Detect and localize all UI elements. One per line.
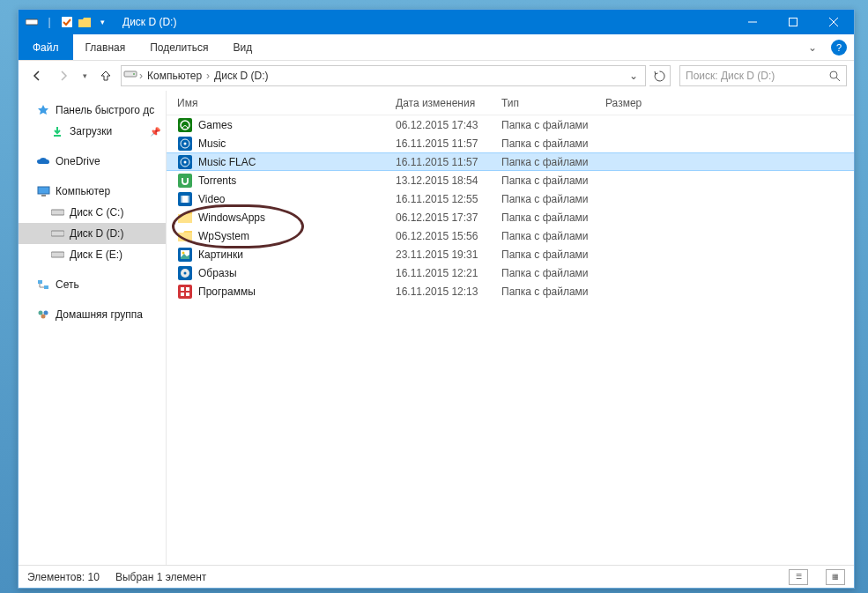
file-row[interactable]: Video16.11.2015 12:55Папка с файлами (167, 189, 854, 208)
file-type: Папка с файлами (501, 248, 605, 261)
breadcrumb-computer[interactable]: Компьютер (145, 70, 204, 82)
svg-rect-45 (186, 293, 189, 296)
search-input[interactable]: Поиск: Диск D (D:) (679, 65, 847, 86)
homegroup-icon (36, 308, 50, 322)
file-row[interactable]: Music16.11.2015 11:57Папка с файлами (167, 134, 854, 152)
drive-icon (50, 226, 64, 241)
view-icons-button[interactable]: ▦ (826, 569, 845, 585)
file-type: Папка с файлами (501, 267, 605, 279)
qat-dropdown-icon[interactable]: ▾ (94, 14, 110, 30)
quick-access-toolbar: | ▾ (19, 14, 115, 30)
nav-onedrive[interactable]: OneDrive (19, 151, 166, 172)
breadcrumb-separator[interactable]: › (137, 70, 145, 82)
file-type: Папка с файлами (501, 193, 605, 205)
drive-icon (50, 205, 64, 219)
pictures-icon (177, 247, 193, 263)
file-row[interactable]: Образы16.11.2015 12:21Папка с файлами (167, 263, 854, 282)
file-modified: 16.11.2015 12:55 (396, 193, 501, 205)
minimize-button[interactable] (732, 10, 773, 34)
download-icon (50, 124, 64, 138)
tab-view[interactable]: Вид (220, 34, 264, 60)
search-icon (829, 70, 841, 82)
nav-quick-access[interactable]: Панель быстрого дс (19, 100, 166, 121)
svg-rect-16 (51, 252, 64, 257)
nav-label: Загрузки (70, 125, 112, 137)
file-name: Video (198, 193, 396, 205)
media-icon (177, 154, 193, 170)
col-modified[interactable]: Дата изменения (396, 97, 501, 109)
nav-label: OneDrive (56, 155, 100, 167)
svg-rect-41 (178, 285, 192, 299)
nav-drive-d[interactable]: Диск D (D:) (19, 223, 166, 244)
properties-icon[interactable] (59, 14, 75, 30)
pin-icon: 📌 (150, 127, 160, 137)
file-type: Папка с файлами (501, 156, 605, 168)
breadcrumb-drive[interactable]: Диск D (D:) (211, 70, 271, 82)
svg-rect-0 (26, 19, 38, 25)
file-row[interactable]: Программы16.11.2015 12:13Папка с файлами (167, 282, 854, 300)
content-pane: Имя Дата изменения Тип Размер Games06.12… (167, 91, 854, 565)
file-row[interactable]: WindowsApps06.12.2015 17:37Папка с файла… (167, 208, 854, 226)
nav-label: Сеть (56, 278, 79, 291)
file-name: Картинки (198, 248, 396, 261)
svg-point-19 (39, 311, 43, 315)
nav-drive-e[interactable]: Диск E (E:) (19, 244, 166, 265)
body: Панель быстрого дс Загрузки 📌 OneDrive К… (19, 91, 854, 565)
close-button[interactable] (813, 10, 854, 34)
nav-row: ▾ › Компьютер › Диск D (D:) ⌄ Поиск: Дис… (19, 61, 854, 91)
file-row[interactable]: Torrents13.12.2015 18:54Папка с файлами (167, 171, 854, 189)
svg-rect-15 (51, 231, 64, 236)
recent-dropdown[interactable]: ▾ (78, 64, 91, 87)
file-row[interactable]: Games06.12.2015 17:43Папка с файлами (167, 115, 854, 134)
file-modified: 06.12.2015 17:43 (396, 119, 501, 131)
nav-network[interactable]: Сеть (19, 274, 166, 295)
video-icon (177, 191, 193, 207)
address-bar[interactable]: › Компьютер › Диск D (D:) ⌄ (121, 65, 646, 86)
file-modified: 06.12.2015 17:37 (396, 211, 501, 224)
file-name: Torrents (198, 174, 396, 187)
svg-rect-12 (38, 187, 49, 194)
up-button[interactable] (94, 64, 117, 87)
drive-icon (24, 14, 40, 30)
col-name[interactable]: Имя (177, 97, 396, 109)
back-button[interactable] (26, 64, 48, 87)
ribbon: Файл Главная Поделиться Вид ⌄ ? (19, 34, 854, 61)
tab-home[interactable]: Главная (73, 34, 138, 60)
maximize-button[interactable] (773, 10, 813, 34)
refresh-button[interactable] (649, 65, 671, 86)
ribbon-expand-icon[interactable]: ⌄ (801, 41, 824, 54)
svg-rect-18 (44, 285, 48, 289)
svg-point-8 (133, 73, 135, 75)
svg-point-37 (182, 251, 185, 254)
file-type: Папка с файлами (501, 119, 605, 131)
xbox-icon (177, 117, 193, 133)
nav-downloads[interactable]: Загрузки 📌 (19, 121, 166, 142)
media-icon (177, 136, 193, 152)
svg-point-21 (41, 315, 46, 319)
svg-rect-17 (38, 280, 42, 284)
tab-share[interactable]: Поделиться (137, 34, 220, 60)
svg-rect-42 (181, 287, 184, 291)
nav-drive-c[interactable]: Диск C (C:) (19, 202, 166, 223)
address-dropdown-icon[interactable]: ⌄ (624, 70, 643, 82)
file-row[interactable]: Music FLAC16.11.2015 11:57Папка с файлам… (167, 152, 854, 171)
col-size[interactable]: Размер (605, 97, 694, 109)
view-details-button[interactable]: ☰ (789, 569, 808, 585)
breadcrumb-separator[interactable]: › (204, 70, 211, 82)
nav-homegroup[interactable]: Домашняя группа (19, 304, 166, 325)
file-modified: 16.11.2015 12:13 (396, 285, 501, 298)
nav-label: Диск D (D:) (70, 227, 123, 240)
svg-rect-30 (178, 174, 192, 188)
file-list: Games06.12.2015 17:43Папка с файламиMusi… (167, 115, 854, 300)
col-type[interactable]: Тип (501, 97, 605, 109)
svg-rect-14 (51, 210, 64, 215)
help-button[interactable]: ? (831, 40, 847, 56)
file-row[interactable]: WpSystem06.12.2015 15:56Папка с файлами (167, 226, 854, 245)
file-row[interactable]: Картинки23.11.2015 19:31Папка с файлами (167, 245, 854, 263)
nav-computer[interactable]: Компьютер (19, 181, 166, 202)
svg-rect-4 (790, 19, 798, 26)
folder-icon[interactable] (77, 14, 93, 30)
forward-button[interactable] (52, 64, 75, 87)
file-tab[interactable]: Файл (19, 34, 73, 60)
svg-line-10 (836, 78, 840, 81)
